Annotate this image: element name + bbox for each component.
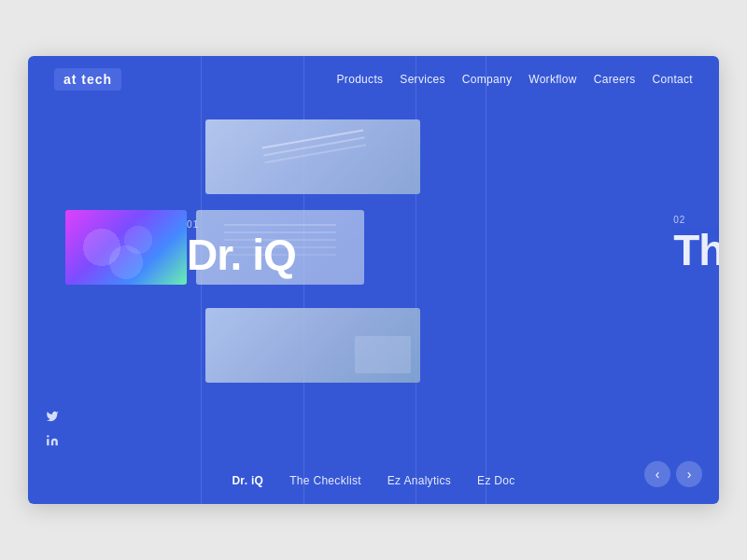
nav-item-workflow[interactable]: Workflow — [529, 73, 577, 86]
content-area: 01 Dr. iQ 02 The — [28, 103, 719, 504]
next-arrow-button[interactable]: › — [676, 461, 702, 487]
browser-frame: at tech Products Services Company Workfl… — [28, 56, 719, 504]
nav-links: Products Services Company Workflow Caree… — [337, 73, 693, 86]
svg-point-0 — [47, 435, 49, 437]
prev-arrow-button[interactable]: ‹ — [644, 461, 670, 487]
social-icons — [45, 409, 60, 448]
logo-text: at tech — [63, 72, 112, 87]
slide-number-2: 02 — [673, 215, 719, 225]
nav-item-company[interactable]: Company — [462, 73, 512, 86]
panel-bottom-right-image — [205, 308, 420, 383]
panel-middle-right-image — [196, 210, 364, 285]
bottom-nav-ezdoc[interactable]: Ez Doc — [477, 474, 514, 487]
nav-item-products[interactable]: Products — [337, 73, 384, 86]
linkedin-icon[interactable] — [45, 433, 60, 448]
logo[interactable]: at tech — [54, 68, 121, 91]
bottom-nav-checklist[interactable]: The Checklist — [289, 474, 361, 487]
twitter-icon[interactable] — [45, 409, 60, 424]
hero-slide-2: 02 The — [673, 215, 719, 272]
nav-item-careers[interactable]: Careers — [594, 73, 636, 86]
nav-item-contact[interactable]: Contact — [653, 73, 693, 86]
bottom-nav-analytics[interactable]: Ez Analytics — [388, 474, 451, 487]
bottom-navigation: Dr. iQ The Checklist Ez Analytics Ez Doc — [28, 474, 719, 487]
panel-colorful-image — [65, 210, 187, 285]
nav-item-services[interactable]: Services — [400, 73, 444, 86]
hero-title-2: The — [673, 229, 719, 272]
bottom-nav-driq[interactable]: Dr. iQ — [232, 474, 263, 487]
main-background: at tech Products Services Company Workfl… — [28, 56, 719, 504]
arrow-buttons: ‹ › — [644, 461, 702, 487]
panel-top-image — [205, 119, 420, 194]
navbar: at tech Products Services Company Workfl… — [28, 56, 719, 103]
